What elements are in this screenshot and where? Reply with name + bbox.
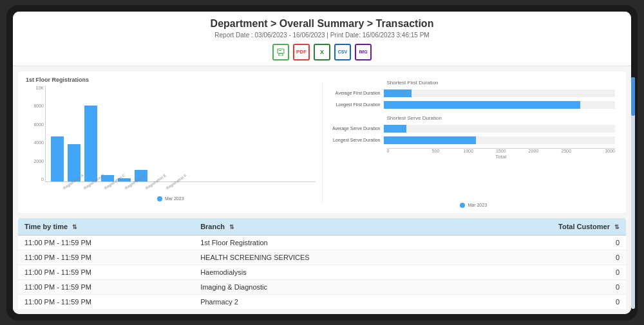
table-body: 11:00 PM - 11:59 PM 1st Floor Registrati… (18, 235, 626, 309)
charts-section: 1st Floor Registrations 10K 8000 6000 40… (18, 71, 626, 213)
svg-rect-1 (279, 53, 283, 56)
y-label-4: 4000 (26, 140, 44, 145)
hbar-axis-label: Total (332, 154, 616, 160)
pdf-button[interactable]: PDF (293, 44, 310, 60)
hbar-tick-1500: 1500 (484, 149, 517, 153)
toolbar: PDF X CSV IMG (13, 44, 631, 60)
print-button[interactable] (272, 44, 289, 60)
hbar-tick-0: 0 (387, 149, 420, 153)
bar-group-1 (51, 136, 64, 181)
hbar-chart-legend: Mar 2023 (329, 203, 619, 208)
col-header-time: Time by time ⇅ (18, 218, 194, 236)
legend-label: Mar 2023 (165, 196, 184, 201)
cell-branch-3: Imaging & Diagnostic (194, 279, 463, 294)
hbar-section-title-2: Shortest Serve Duration (332, 115, 616, 121)
cell-total-0: 0 (463, 235, 626, 250)
cell-time-2: 11:00 PM - 11:59 PM (18, 265, 194, 279)
image-button[interactable]: IMG (355, 44, 372, 60)
hbar-fill-longest-serve (384, 136, 477, 144)
hbar-tick-3000: 3000 (582, 149, 615, 153)
hbar-tick-2500: 2500 (550, 149, 583, 153)
hbar-legend-dot (460, 203, 465, 208)
bar-chart: 10K 8000 6000 4000 2000 0 (26, 86, 316, 208)
bar-chart-legend: Mar 2023 (26, 196, 316, 201)
chart-divider (322, 82, 323, 203)
bar-chart-title: 1st Floor Registrations (26, 77, 316, 83)
main-content: 1st Floor Registrations 10K 8000 6000 40… (13, 66, 631, 314)
hbar-fill-longest-first (384, 101, 581, 109)
col-header-branch: Branch ⇅ (194, 218, 463, 236)
table-row: 11:00 PM - 11:59 PM Haemodialysis 0 (18, 265, 626, 279)
hbar-fill-avg-serve (384, 125, 407, 133)
hbar-track-longest-serve (384, 136, 616, 144)
y-label-5: 2000 (26, 159, 44, 163)
cell-total-4: 0 (463, 294, 626, 309)
cell-time-4: 11:00 PM - 11:59 PM (18, 294, 194, 309)
excel-button[interactable]: X (314, 44, 330, 60)
cell-total-3: 0 (463, 279, 626, 294)
table-row: 11:00 PM - 11:59 PM Pharmacy 2 0 (18, 294, 626, 309)
hbar-label-avg-serve: Average Serve Duration (332, 126, 384, 131)
hbar-track-avg-serve (384, 125, 616, 133)
header: Department > Overall Summary > Transacti… (13, 12, 631, 66)
hbar-track-avg-first (384, 89, 616, 97)
cell-branch-4: Pharmacy 2 (194, 294, 463, 309)
svg-rect-0 (278, 49, 284, 53)
hbar-legend-label: Mar 2023 (468, 203, 487, 207)
svg-rect-2 (279, 50, 281, 51)
csv-button[interactable]: CSV (334, 44, 351, 60)
hbar-tick-500: 500 (419, 149, 452, 153)
y-label-6: 0 (26, 177, 44, 181)
hbar-row-avg-first: Average First Duration (332, 89, 616, 97)
sort-icon-branch[interactable]: ⇅ (229, 224, 234, 230)
hbar-row-longest-first: Longest First Duration (332, 101, 616, 109)
hbar-section-title-1: Shortest First Duration (332, 80, 616, 86)
y-label-3: 6000 (26, 122, 44, 127)
cell-time-1: 11:00 PM - 11:59 PM (18, 250, 194, 265)
table-row: 11:00 PM - 11:59 PM 1st Floor Registrati… (18, 235, 626, 250)
device-frame: Department > Overall Summary > Transacti… (6, 5, 638, 320)
hbar-tick-1000: 1000 (452, 149, 485, 153)
screen: Department > Overall Summary > Transacti… (13, 12, 631, 314)
hbar-label-longest-serve: Longest Serve Duration (332, 138, 384, 142)
sort-icon-time[interactable]: ⇅ (72, 224, 77, 230)
page-title: Department > Overall Summary > Transacti… (13, 18, 631, 30)
cell-total-1: 0 (463, 250, 626, 265)
hbar-tick-2000: 2000 (517, 149, 550, 153)
hbar-label-longest-first: Longest First Duration (332, 102, 384, 107)
scrollbar-track[interactable] (631, 77, 635, 309)
data-table: Time by time ⇅ Branch ⇅ Total Customer ⇅ (18, 218, 626, 309)
hbar-row-longest-serve: Longest Serve Duration (332, 136, 616, 144)
cell-total-2: 0 (463, 265, 626, 279)
hbar-chart-container: Shortest First Duration Average First Du… (329, 77, 619, 208)
data-table-container: Time by time ⇅ Branch ⇅ Total Customer ⇅ (18, 218, 626, 309)
bar-1 (51, 136, 64, 181)
bar-3 (84, 106, 97, 181)
cell-branch-1: HEALTH SCREENING SERVICES (194, 250, 463, 265)
sort-icon-total[interactable]: ⇅ (614, 224, 620, 230)
bar-group-3 (84, 106, 97, 181)
scrollbar-thumb[interactable] (631, 77, 635, 116)
cell-branch-0: 1st Floor Registration (194, 235, 463, 250)
legend-dot (157, 196, 162, 201)
hbar-x-axis: 0 500 1000 1500 2000 2500 3000 (387, 148, 616, 153)
y-label-1: 10K (26, 86, 44, 90)
y-label-2: 8000 (26, 104, 44, 108)
table-row: 11:00 PM - 11:59 PM Imaging & Diagnostic… (18, 279, 626, 294)
report-subtitle: Report Date : 03/06/2023 - 16/06/2023 | … (13, 32, 631, 39)
bar-chart-container: 1st Floor Registrations 10K 8000 6000 40… (26, 77, 316, 208)
table-header-row: Time by time ⇅ Branch ⇅ Total Customer ⇅ (18, 218, 626, 236)
col-header-total: Total Customer ⇅ (463, 218, 626, 236)
hbar-row-avg-serve: Average Serve Duration (332, 125, 616, 133)
table-row: 11:00 PM - 11:59 PM HEALTH SCREENING SER… (18, 250, 626, 265)
hbar-label-avg-first: Average First Duration (332, 91, 384, 95)
cell-time-3: 11:00 PM - 11:59 PM (18, 279, 194, 294)
cell-time-0: 11:00 PM - 11:59 PM (18, 235, 194, 250)
hbar-fill-avg-first (384, 89, 412, 97)
hbar-track-longest-first (384, 101, 616, 109)
cell-branch-2: Haemodialysis (194, 265, 463, 279)
